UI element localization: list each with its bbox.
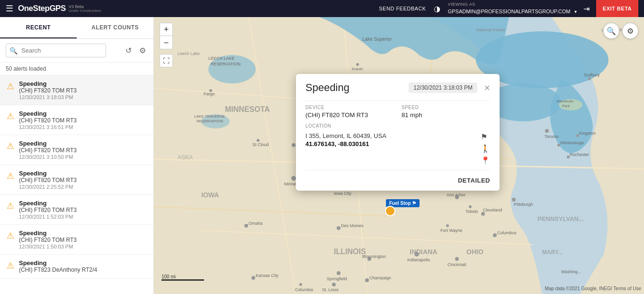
svg-text:Manitoulin: Manitoulin	[556, 99, 573, 103]
svg-point-31	[414, 252, 419, 257]
fullscreen-button[interactable]: ⛶	[160, 54, 173, 67]
alert-device: (CHI) FT820 TOM RT3	[19, 87, 147, 94]
map-area[interactable]: MINNESOTA IOWA ILLINOIS INDIANA OHIO ASK…	[154, 17, 644, 294]
svg-text:LAKE TRAVERSE: LAKE TRAVERSE	[194, 114, 225, 119]
map-settings-button[interactable]: ⚙	[622, 23, 638, 39]
tab-recent[interactable]: RECENT	[0, 17, 77, 38]
alert-warning-icon: ⚠	[7, 141, 14, 151]
svg-text:Cincinnati: Cincinnati	[447, 262, 466, 267]
alert-warning-icon: ⚠	[7, 111, 14, 121]
settings-button[interactable]: ⚙	[137, 44, 148, 57]
zoom-out-button[interactable]: −	[160, 36, 173, 49]
alert-info: Speeding (CHI) FT820 TOM RT3 12/30/2021 …	[19, 170, 147, 190]
alert-time: 12/30/2021 3:18:03 PM	[19, 94, 147, 100]
viewing-dropdown-icon[interactable]: ▾	[574, 9, 577, 14]
alert-device: (CHI) FT823 DeAnthony RT2/4	[19, 266, 147, 273]
viewing-email[interactable]: GPSADMIN@PROFESSIONALPARTSGROUP.COM	[448, 9, 571, 14]
exit-beta-button[interactable]: EXIT BETA	[596, 0, 638, 17]
menu-icon[interactable]: ☰	[6, 3, 13, 14]
svg-text:National Forest: National Forest	[476, 28, 505, 32]
tab-alert-counts[interactable]: ALERT COUNTS	[77, 17, 153, 38]
svg-point-37	[481, 212, 485, 216]
alert-list-item[interactable]: ⚠ Speeding (CHI) FT820 TOM RT3 12/30/202…	[0, 225, 153, 255]
alerts-count: 50 alerts loaded	[0, 63, 153, 75]
alert-title: Speeding	[19, 170, 147, 177]
exit-icon[interactable]: ⇥	[583, 4, 590, 13]
svg-point-25	[337, 271, 340, 275]
brightness-icon[interactable]: ◑	[434, 4, 440, 13]
logo: OneStepGPS	[18, 4, 66, 13]
detailed-button[interactable]: DETAILED	[458, 177, 490, 184]
version-badge: V3 Beta Under Construction	[69, 5, 101, 13]
map-search-icon: 🔍	[607, 27, 616, 36]
speed-value: 81 mph	[402, 111, 490, 119]
zoom-in-button[interactable]: +	[160, 23, 173, 36]
refresh-button[interactable]: ↺	[124, 44, 134, 57]
svg-text:Leech Lake: Leech Lake	[178, 51, 200, 56]
speed-field: SPEED 81 mph	[402, 105, 490, 119]
search-input[interactable]	[6, 44, 106, 57]
alert-list-item[interactable]: ⚠ Speeding (CHI) FT820 TOM RT3 12/30/202…	[0, 75, 153, 105]
alert-time: 12/30/2021 1:50:03 PM	[19, 244, 147, 249]
refresh-icon: ↺	[125, 46, 132, 55]
svg-text:OHIO: OHIO	[466, 248, 483, 256]
alert-title: Speeding	[19, 200, 147, 207]
svg-text:MINNESOTA: MINNESOTA	[225, 105, 270, 113]
svg-text:Fort Wayne: Fort Wayne	[440, 228, 462, 233]
svg-point-23	[337, 226, 340, 230]
alert-title: Speeding	[19, 80, 147, 87]
map-attribution: Map data ©2021 Google, INEGI Terms of Us…	[545, 286, 641, 291]
svg-text:Des Moines: Des Moines	[341, 223, 364, 228]
device-field: DEVICE (CHI) FT820 TOM RT3	[305, 105, 394, 119]
svg-point-21	[251, 276, 255, 280]
viewing-as-label: VIEWING AS	[448, 2, 577, 7]
device-label: DEVICE	[305, 105, 394, 110]
search-icon: 🔍	[9, 47, 18, 55]
svg-text:MARY...: MARY...	[542, 249, 563, 256]
map-search-button[interactable]: 🔍	[603, 23, 619, 39]
svg-text:INDIANA: INDIANA	[410, 248, 437, 256]
svg-text:Champaign: Champaign	[369, 276, 391, 280]
alert-list-item[interactable]: ⚠ Speeding (CHI) FT823 DeAnthony RT2/4	[0, 255, 153, 279]
topnav: ☰ OneStepGPS V3 Beta Under Construction …	[0, 0, 644, 17]
svg-point-50	[545, 129, 549, 133]
svg-point-63	[291, 176, 296, 181]
device-value: (CHI) FT820 TOM RT3	[305, 111, 394, 119]
alert-list-item[interactable]: ⚠ Speeding (CHI) FT820 TOM RT3 12/30/202…	[0, 195, 153, 225]
alert-list-item[interactable]: ⚠ Speeding (CHI) FT820 TOM RT3 12/30/202…	[0, 165, 153, 195]
alert-time: 12/30/2021 3:10:50 PM	[19, 154, 147, 160]
sidebar-search-row: 🔍 ↺ ⚙	[0, 39, 153, 63]
alert-warning-icon: ⚠	[7, 171, 14, 181]
alert-list-item[interactable]: ⚠ Speeding (CHI) FT820 TOM RT3 12/30/202…	[0, 105, 153, 135]
alert-device: (CHI) FT820 TOM RT3	[19, 177, 147, 184]
settings-icon: ⚙	[139, 46, 146, 55]
svg-text:RESERVATION: RESERVATION	[211, 62, 241, 66]
svg-point-35	[493, 233, 497, 237]
svg-text:Ann Arbor: Ann Arbor	[447, 193, 465, 197]
svg-text:Fargo: Fargo	[204, 92, 215, 96]
svg-text:IOWA: IOWA	[201, 191, 219, 199]
svg-point-81	[588, 77, 591, 80]
alert-time: 12/30/2021 1:52:03 PM	[19, 214, 147, 220]
svg-text:St Cloud: St Cloud	[252, 142, 269, 147]
svg-text:St. Louis: St. Louis	[322, 287, 339, 292]
alert-list-item[interactable]: ⚠ Speeding (CHI) FT820 TOM RT3 12/30/202…	[0, 135, 153, 165]
popup-fields: DEVICE (CHI) FT820 TOM RT3 SPEED 81 mph	[305, 105, 490, 119]
svg-point-65	[257, 139, 259, 142]
svg-point-75	[299, 283, 302, 286]
alert-info: Speeding (CHI) FT823 DeAnthony RT2/4	[19, 259, 147, 274]
location-text: I 355, Lemont, IL 60439, USA 41.676143, …	[305, 132, 476, 147]
alerts-list: ⚠ Speeding (CHI) FT820 TOM RT3 12/30/202…	[0, 75, 153, 294]
popup-close-button[interactable]: ✕	[484, 83, 490, 92]
speeding-marker[interactable]	[385, 206, 395, 216]
flag-icon[interactable]: ⚑	[481, 132, 490, 141]
svg-text:RESERVATION: RESERVATION	[197, 119, 223, 123]
svg-text:Kingston: Kingston	[579, 131, 596, 136]
walk-icon[interactable]: 🚶	[481, 144, 490, 153]
pin-icon[interactable]: 📍	[481, 156, 490, 165]
send-feedback-button[interactable]: SEND FEEDBACK	[379, 6, 426, 11]
svg-text:Springfield: Springfield	[327, 276, 347, 281]
alert-info: Speeding (CHI) FT820 TOM RT3 12/30/2021 …	[19, 230, 147, 249]
alert-warning-icon: ⚠	[7, 81, 14, 92]
sidebar-tabs: RECENT ALERT COUNTS	[0, 17, 153, 39]
